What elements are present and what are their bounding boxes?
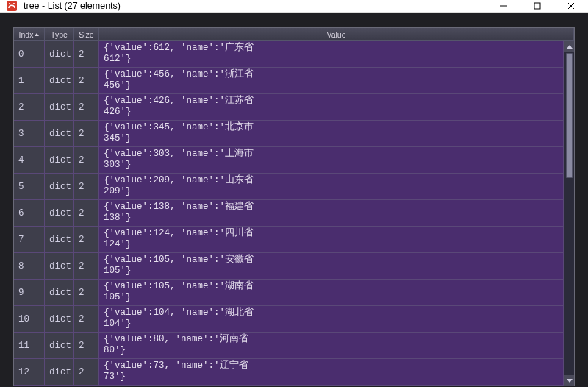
cell-type: dict xyxy=(45,280,74,305)
cell-type: dict xyxy=(45,68,74,93)
data-table-panel: Indx Type Size Value 0dict2{'value':612,… xyxy=(13,27,575,386)
sort-asc-icon xyxy=(35,33,39,36)
cell-index: 6 xyxy=(14,200,45,226)
table-row[interactable]: 5dict2{'value':209, 'name':'山东省 209'} xyxy=(14,174,564,200)
cell-type: dict xyxy=(45,227,74,252)
cell-value: {'value':345, 'name':'北京市 345'} xyxy=(99,121,564,146)
scroll-thumb[interactable] xyxy=(566,53,573,178)
cell-value: {'value':105, 'name':'湖南省 105'} xyxy=(99,280,564,305)
table-body: 0dict2{'value':612, 'name':'广东省 612'}1di… xyxy=(14,41,564,386)
close-window-button[interactable] xyxy=(554,0,588,12)
client-area: Indx Type Size Value 0dict2{'value':612,… xyxy=(0,13,588,387)
cell-type: dict xyxy=(45,359,74,385)
col-header-size-label: Size xyxy=(79,30,93,39)
col-header-size[interactable]: Size xyxy=(74,28,99,40)
tree-window: tree - List (27 elements) Indx Type xyxy=(0,0,588,387)
cell-size: 2 xyxy=(74,68,99,93)
window-title: tree - List (27 elements) xyxy=(24,1,487,11)
table-row[interactable]: 2dict2{'value':426, 'name':'江苏省 426'} xyxy=(14,94,564,121)
titlebar[interactable]: tree - List (27 elements) xyxy=(0,0,588,13)
cell-index: 0 xyxy=(14,41,45,67)
table-row[interactable]: 4dict2{'value':303, 'name':'上海市 303'} xyxy=(14,147,564,174)
cell-value: {'value':456, 'name':'浙江省 456'} xyxy=(99,68,564,93)
cell-value: {'value':105, 'name':'安徽省 105'} xyxy=(99,253,564,279)
cell-index: 2 xyxy=(14,94,45,120)
cell-type: dict xyxy=(45,174,74,199)
table-row[interactable]: 6dict2{'value':138, 'name':'福建省 138'} xyxy=(14,200,564,227)
table-header: Indx Type Size Value xyxy=(14,28,574,41)
cell-size: 2 xyxy=(74,253,99,279)
cell-index: 10 xyxy=(14,306,45,332)
cell-type: dict xyxy=(45,121,74,146)
cell-size: 2 xyxy=(74,147,99,173)
cell-size: 2 xyxy=(74,280,99,305)
table-row[interactable]: 12dict2{'value':73, 'name':'辽宁省 73'} xyxy=(14,359,564,386)
col-header-index-label: Indx xyxy=(19,30,34,39)
table-row[interactable]: 7dict2{'value':124, 'name':'四川省 124'} xyxy=(14,227,564,253)
cell-type: dict xyxy=(45,200,74,226)
table-row[interactable]: 3dict2{'value':345, 'name':'北京市 345'} xyxy=(14,121,564,147)
cell-type: dict xyxy=(45,147,74,173)
table-row[interactable]: 0dict2{'value':612, 'name':'广东省 612'} xyxy=(14,41,564,68)
cell-index: 11 xyxy=(14,333,45,358)
table-row[interactable]: 9dict2{'value':105, 'name':'湖南省 105'} xyxy=(14,280,564,306)
cell-value: {'value':80, 'name':'河南省 80'} xyxy=(99,333,564,358)
col-header-type[interactable]: Type xyxy=(45,28,74,40)
cell-index: 4 xyxy=(14,147,45,173)
cell-size: 2 xyxy=(74,121,99,146)
cell-index: 7 xyxy=(14,227,45,252)
col-header-index[interactable]: Indx xyxy=(14,28,45,40)
table-row[interactable]: 10dict2{'value':104, 'name':'湖北省 104'} xyxy=(14,306,564,333)
cell-index: 1 xyxy=(14,68,45,93)
col-header-type-label: Type xyxy=(51,30,68,39)
cell-index: 12 xyxy=(14,359,45,385)
vertical-scrollbar[interactable] xyxy=(564,41,574,386)
cell-type: dict xyxy=(45,333,74,358)
cell-size: 2 xyxy=(74,359,99,385)
cell-value: {'value':73, 'name':'辽宁省 73'} xyxy=(99,359,564,385)
cell-type: dict xyxy=(45,253,74,279)
cell-type: dict xyxy=(45,41,74,67)
cell-index: 9 xyxy=(14,280,45,305)
col-header-value[interactable]: Value xyxy=(99,28,574,40)
app-icon xyxy=(6,0,18,12)
cell-value: {'value':303, 'name':'上海市 303'} xyxy=(99,147,564,173)
cell-value: {'value':104, 'name':'湖北省 104'} xyxy=(99,306,564,332)
cell-value: {'value':209, 'name':'山东省 209'} xyxy=(99,174,564,199)
cell-size: 2 xyxy=(74,333,99,358)
cell-size: 2 xyxy=(74,94,99,120)
table-row[interactable]: 11dict2{'value':80, 'name':'河南省 80'} xyxy=(14,333,564,359)
scroll-down-button[interactable] xyxy=(564,375,574,386)
col-header-value-label: Value xyxy=(326,30,345,39)
cell-type: dict xyxy=(45,94,74,120)
maximize-button[interactable] xyxy=(520,0,554,12)
cell-value: {'value':612, 'name':'广东省 612'} xyxy=(99,41,564,67)
svg-rect-3 xyxy=(534,3,540,9)
cell-size: 2 xyxy=(74,306,99,332)
minimize-button[interactable] xyxy=(487,0,520,12)
cell-value: {'value':426, 'name':'江苏省 426'} xyxy=(99,94,564,120)
svg-point-2 xyxy=(13,3,15,4)
table-row[interactable]: 1dict2{'value':456, 'name':'浙江省 456'} xyxy=(14,68,564,94)
cell-value: {'value':138, 'name':'福建省 138'} xyxy=(99,200,564,226)
cell-size: 2 xyxy=(74,227,99,252)
table-row[interactable]: 8dict2{'value':105, 'name':'安徽省 105'} xyxy=(14,253,564,280)
cell-size: 2 xyxy=(74,41,99,67)
cell-index: 3 xyxy=(14,121,45,146)
cell-size: 2 xyxy=(74,174,99,199)
svg-point-1 xyxy=(9,3,10,4)
cell-value: {'value':124, 'name':'四川省 124'} xyxy=(99,227,564,252)
window-buttons xyxy=(487,0,588,12)
cell-size: 2 xyxy=(74,200,99,226)
scroll-up-button[interactable] xyxy=(564,41,574,52)
cell-index: 5 xyxy=(14,174,45,199)
cell-index: 8 xyxy=(14,253,45,279)
cell-type: dict xyxy=(45,306,74,332)
